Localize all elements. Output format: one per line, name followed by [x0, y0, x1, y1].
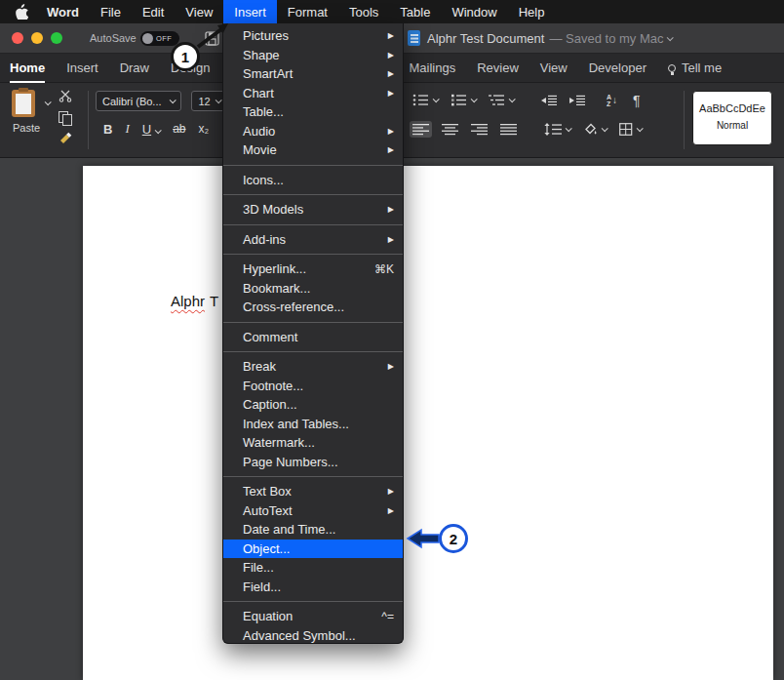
- menubar-item-file[interactable]: File: [90, 0, 132, 23]
- ribbon-tab-view[interactable]: View: [540, 54, 568, 83]
- menubar-item-format[interactable]: Format: [277, 0, 338, 23]
- sort-button[interactable]: A Z ↓: [604, 92, 620, 109]
- justify-button[interactable]: [497, 121, 520, 138]
- insert-menu-item-page-numbers[interactable]: Page Numbers...: [223, 453, 403, 472]
- copy-icon[interactable]: [59, 111, 72, 125]
- menu-item-label: Date and Time...: [243, 522, 335, 537]
- autosave-toggle[interactable]: OFF: [140, 31, 179, 46]
- ribbon-tab-label: Review: [477, 60, 519, 75]
- numbered-list-button[interactable]: [448, 92, 479, 108]
- menu-item-label: Audio: [243, 124, 275, 139]
- insert-menu-item-bookmark[interactable]: Bookmark...: [223, 279, 403, 299]
- font-name-select[interactable]: Calibri (Bo...: [96, 91, 181, 111]
- menu-separator: [223, 254, 403, 255]
- insert-menu-item-caption[interactable]: Caption...: [223, 395, 403, 415]
- menubar-item-edit[interactable]: Edit: [132, 0, 175, 23]
- menu-item-label: Pictures: [243, 28, 289, 43]
- subscript-button[interactable]: x₂: [198, 122, 209, 136]
- menubar-item-word[interactable]: Word: [36, 0, 90, 23]
- cut-icon[interactable]: [59, 89, 72, 106]
- insert-menu-item-footnote[interactable]: Footnote...: [223, 377, 403, 396]
- paste-chevron-down-icon[interactable]: [45, 99, 52, 105]
- bold-button[interactable]: B: [103, 122, 112, 137]
- format-painter-icon[interactable]: [59, 130, 73, 147]
- insert-menu-item-text-box[interactable]: Text Box▶: [223, 482, 403, 501]
- underline-button[interactable]: U: [142, 122, 160, 137]
- bullet-list-button[interactable]: [410, 92, 441, 108]
- ribbon-tab-review[interactable]: Review: [477, 54, 519, 83]
- sort-letter-z: Z: [607, 100, 611, 107]
- title-chevron-down-icon[interactable]: [667, 34, 674, 41]
- menu-item-label: AutoText: [243, 503, 293, 518]
- insert-menu-item-chart[interactable]: Chart▶: [223, 84, 403, 103]
- justify-icon: [500, 123, 517, 136]
- insert-menu-item-watermark[interactable]: Watermark...: [223, 433, 403, 453]
- insert-menu-item-object[interactable]: Object...: [223, 540, 403, 559]
- borders-button[interactable]: [616, 121, 645, 138]
- ribbon-tab-developer[interactable]: Developer: [589, 54, 647, 83]
- insert-menu-item-movie[interactable]: Movie▶: [223, 140, 403, 160]
- lightbulb-icon: [668, 64, 676, 72]
- document-text: AlphrT: [171, 293, 218, 309]
- insert-menu-item-equation[interactable]: Equation^=: [223, 607, 403, 626]
- submenu-arrow-icon: ▶: [388, 362, 394, 371]
- insert-menu-item-table[interactable]: Table...: [223, 102, 403, 122]
- insert-menu-item-pictures[interactable]: Pictures▶: [223, 26, 403, 46]
- ribbon-tab-insert[interactable]: Insert: [66, 54, 98, 83]
- multilevel-list-icon: [489, 94, 505, 106]
- close-window-button[interactable]: [12, 32, 23, 44]
- menu-item-shortcut: ⌘K: [374, 262, 394, 276]
- menubar-item-table[interactable]: Table: [389, 0, 441, 23]
- menu-item-label: Footnote...: [243, 379, 303, 393]
- insert-menu-item-file[interactable]: File...: [223, 558, 403, 578]
- insert-menu-item-3d-models[interactable]: 3D Models▶: [223, 200, 403, 220]
- menu-item-label: Comment: [243, 330, 297, 344]
- insert-menu-item-advanced-symbol[interactable]: Advanced Symbol...: [223, 626, 403, 645]
- minimize-window-button[interactable]: [31, 32, 43, 44]
- ribbon-tab-home[interactable]: Home: [10, 54, 45, 83]
- insert-menu-item-date-and-time[interactable]: Date and Time...: [223, 520, 403, 540]
- show-paragraph-marks-button[interactable]: ¶: [633, 93, 641, 108]
- document-page[interactable]: AlphrT: [83, 166, 773, 680]
- shading-button[interactable]: [580, 121, 609, 138]
- submenu-arrow-icon: ▶: [388, 235, 394, 244]
- insert-menu-item-shape[interactable]: Shape▶: [223, 46, 403, 65]
- italic-button[interactable]: I: [125, 121, 129, 137]
- submenu-arrow-icon: ▶: [388, 145, 394, 154]
- paragraph-group: A Z ↓ ¶: [410, 88, 675, 141]
- align-left-button[interactable]: [410, 121, 432, 138]
- menu-item-label: Field...: [243, 580, 281, 594]
- ribbon-divider: [684, 91, 685, 149]
- insert-menu-item-autotext[interactable]: AutoText▶: [223, 501, 403, 521]
- ribbon-tab-draw[interactable]: Draw: [120, 54, 149, 83]
- ribbon-tab-mailings[interactable]: Mailings: [409, 54, 455, 83]
- align-right-button[interactable]: [468, 121, 490, 138]
- menubar-item-tools[interactable]: Tools: [338, 0, 389, 23]
- menu-separator: [223, 322, 403, 323]
- ribbon-tab-label: Developer: [589, 60, 647, 75]
- decrease-indent-button[interactable]: [538, 93, 560, 108]
- menu-separator: [223, 476, 403, 477]
- menubar-item-help[interactable]: Help: [508, 0, 556, 23]
- apple-menu[interactable]: [0, 0, 36, 23]
- insert-menu-item-break[interactable]: Break▶: [223, 357, 403, 377]
- strikethrough-button[interactable]: ab: [173, 122, 185, 136]
- line-spacing-button[interactable]: [541, 121, 573, 138]
- zoom-window-button[interactable]: [51, 32, 62, 44]
- multilevel-list-button[interactable]: [486, 92, 517, 108]
- increase-indent-button[interactable]: [567, 93, 588, 108]
- ribbon-tab-tell-me[interactable]: Tell me: [668, 54, 722, 83]
- insert-menu-item-add-ins[interactable]: Add-ins▶: [223, 230, 403, 250]
- insert-menu-item-comment[interactable]: Comment: [223, 328, 403, 347]
- align-center-button[interactable]: [439, 121, 461, 138]
- insert-menu-item-hyperlink[interactable]: Hyperlink...⌘K: [223, 260, 403, 279]
- insert-menu-item-cross-reference[interactable]: Cross-reference...: [223, 298, 403, 317]
- insert-menu-item-index-and-tables[interactable]: Index and Tables...: [223, 415, 403, 434]
- align-left-icon: [412, 123, 429, 136]
- insert-menu-item-smartart[interactable]: SmartArt▶: [223, 64, 403, 84]
- menubar-item-window[interactable]: Window: [441, 0, 507, 23]
- insert-menu-item-field[interactable]: Field...: [223, 578, 403, 597]
- style-gallery-normal[interactable]: AaBbCcDdEe Normal: [692, 91, 772, 145]
- insert-menu-item-audio[interactable]: Audio▶: [223, 122, 403, 141]
- insert-menu-item-icons[interactable]: Icons...: [223, 171, 403, 190]
